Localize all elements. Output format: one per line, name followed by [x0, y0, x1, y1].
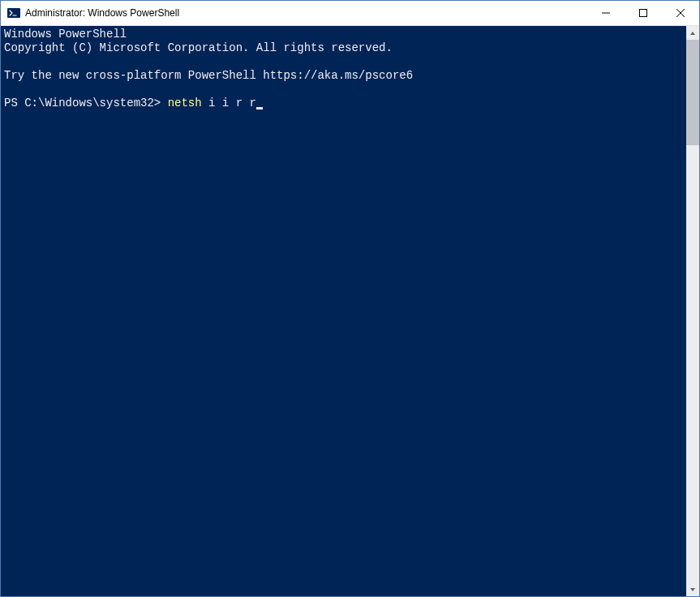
terminal-args: i i r r: [202, 97, 256, 110]
terminal-header-line: Windows PowerShell: [4, 28, 127, 41]
vertical-scrollbar[interactable]: [686, 26, 699, 596]
close-icon: [676, 9, 685, 17]
titlebar[interactable]: Administrator: Windows PowerShell: [1, 1, 699, 26]
minimize-button[interactable]: [587, 1, 625, 25]
terminal-prompt: PS C:\Windows\system32>: [4, 97, 168, 110]
scroll-down-button[interactable]: [686, 582, 699, 596]
svg-rect-3: [640, 10, 647, 17]
scrollbar-thumb[interactable]: [686, 40, 699, 145]
terminal-copyright-line: Copyright (C) Microsoft Corporation. All…: [4, 41, 393, 54]
scroll-down-icon: [689, 586, 696, 593]
maximize-icon: [639, 9, 647, 17]
terminal-command: netsh: [168, 97, 202, 110]
scrollbar-track[interactable]: [686, 40, 699, 582]
terminal-cursor: [256, 107, 263, 110]
svg-rect-0: [7, 8, 20, 18]
powershell-window: Administrator: Windows PowerShell Windo: [0, 0, 700, 597]
window-title: Administrator: Windows PowerShell: [25, 7, 587, 19]
scroll-up-button[interactable]: [686, 26, 699, 40]
minimize-icon: [602, 9, 610, 17]
close-button[interactable]: [662, 1, 699, 25]
window-controls: [587, 1, 699, 25]
maximize-button[interactable]: [625, 1, 662, 25]
scroll-up-icon: [689, 30, 696, 37]
terminal-content[interactable]: Windows PowerShell Copyright (C) Microso…: [1, 26, 686, 596]
terminal-tip-line: Try the new cross-platform PowerShell ht…: [4, 69, 413, 82]
terminal-area: Windows PowerShell Copyright (C) Microso…: [1, 26, 699, 596]
powershell-icon: [7, 6, 20, 19]
